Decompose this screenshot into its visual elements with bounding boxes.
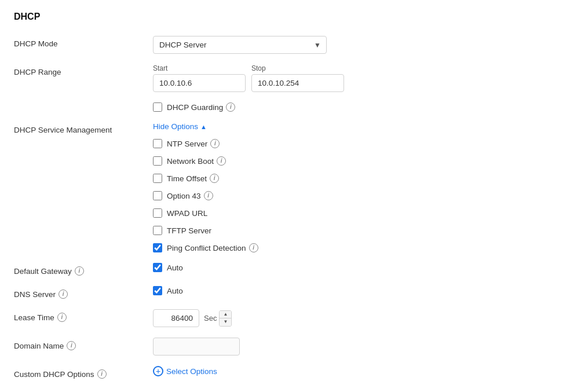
- dhcp-guarding-control: DHCP Guarding i: [153, 102, 567, 112]
- custom-dhcp-options-label: Custom DHCP Options i: [14, 366, 153, 379]
- custom-dhcp-options-row: Custom DHCP Options i + Select Options: [14, 366, 567, 379]
- default-gateway-auto-row: Auto: [153, 263, 567, 272]
- dns-server-row: DNS Server i Auto: [14, 286, 567, 299]
- lease-time-increment-button[interactable]: ▲: [220, 311, 231, 318]
- domain-name-info-icon[interactable]: i: [67, 341, 76, 350]
- dns-server-label: DNS Server i: [14, 286, 153, 299]
- lease-time-unit-label: Sec: [204, 314, 217, 323]
- dhcp-guarding-checkbox-row: DHCP Guarding i: [153, 102, 567, 112]
- page-title: DHCP: [14, 12, 567, 22]
- lease-time-row: Lease Time i Sec ▲ ▼: [14, 309, 567, 327]
- custom-dhcp-options-info-icon[interactable]: i: [97, 369, 107, 379]
- ping-conflict-row: Ping Conflict Detection i: [153, 243, 567, 252]
- ping-conflict-info-icon[interactable]: i: [249, 243, 258, 252]
- lease-time-unit-wrapper: Sec ▲ ▼: [204, 310, 232, 327]
- dhcp-mode-label: DHCP Mode: [14, 36, 153, 48]
- wpad-url-row: WPAD URL: [153, 208, 567, 218]
- lease-time-spinner: ▲ ▼: [219, 310, 232, 327]
- dhcp-range-start-label: Start: [153, 64, 246, 72]
- dhcp-mode-row: DHCP Mode DHCP Server DHCP Relay None ▼: [14, 36, 567, 54]
- default-gateway-auto-checkbox[interactable]: [153, 263, 162, 272]
- default-gateway-info-icon[interactable]: i: [75, 266, 84, 276]
- dhcp-mode-select[interactable]: DHCP Server DHCP Relay None: [153, 36, 327, 54]
- default-gateway-control: Auto: [153, 263, 567, 272]
- dhcp-range-start-group: Start: [153, 64, 246, 92]
- lease-time-wrapper: Sec ▲ ▼: [153, 309, 567, 327]
- dns-server-auto-label: Auto: [167, 287, 183, 295]
- option-43-label: Option 43 i: [167, 191, 213, 200]
- time-offset-checkbox[interactable]: [153, 174, 162, 183]
- network-boot-row: Network Boot i: [153, 156, 567, 166]
- dhcp-range-start-input[interactable]: [153, 74, 246, 92]
- dns-server-auto-row: Auto: [153, 286, 567, 295]
- time-offset-row: Time Offset i: [153, 174, 567, 183]
- dhcp-guarding-checkbox[interactable]: [153, 102, 162, 112]
- dhcp-mode-control: DHCP Server DHCP Relay None ▼: [153, 36, 567, 54]
- dhcp-service-management-control: Hide Options ▲ NTP Server i Network Boot…: [153, 122, 567, 252]
- wpad-url-label: WPAD URL: [167, 209, 207, 218]
- custom-dhcp-options-control: + Select Options: [153, 366, 567, 376]
- dhcp-guarding-info-icon[interactable]: i: [226, 102, 235, 112]
- select-options-link[interactable]: + Select Options: [153, 366, 567, 376]
- tftp-server-checkbox[interactable]: [153, 226, 162, 235]
- tftp-server-row: TFTP Server: [153, 226, 567, 235]
- dhcp-range-label: DHCP Range: [14, 64, 153, 76]
- dhcp-range-control: Start Stop: [153, 64, 567, 92]
- network-boot-checkbox[interactable]: [153, 156, 162, 166]
- ntp-server-info-icon[interactable]: i: [210, 139, 220, 148]
- tftp-server-label: TFTP Server: [167, 226, 211, 235]
- network-boot-label: Network Boot i: [167, 156, 226, 166]
- network-boot-info-icon[interactable]: i: [217, 156, 226, 166]
- dns-server-control: Auto: [153, 286, 567, 295]
- option-43-info-icon[interactable]: i: [204, 191, 213, 200]
- time-offset-info-icon[interactable]: i: [210, 174, 219, 183]
- ping-conflict-label: Ping Conflict Detection i: [167, 243, 258, 252]
- domain-name-control: [153, 338, 567, 356]
- lease-time-info-icon[interactable]: i: [57, 313, 67, 322]
- lease-time-decrement-button[interactable]: ▼: [220, 318, 231, 326]
- plus-circle-icon: +: [153, 366, 163, 376]
- lease-time-control: Sec ▲ ▼: [153, 309, 567, 327]
- dhcp-service-management-label: DHCP Service Management: [14, 122, 153, 134]
- dns-server-auto-checkbox[interactable]: [153, 286, 162, 295]
- default-gateway-row: Default Gateway i Auto: [14, 263, 567, 276]
- default-gateway-label: Default Gateway i: [14, 263, 153, 276]
- lease-time-input[interactable]: [153, 309, 199, 327]
- default-gateway-auto-label: Auto: [167, 263, 183, 272]
- dhcp-guarding-checkbox-label: DHCP Guarding i: [167, 102, 235, 112]
- dns-server-info-icon[interactable]: i: [59, 290, 68, 299]
- ntp-server-label: NTP Server i: [167, 139, 220, 148]
- wpad-url-checkbox[interactable]: [153, 208, 162, 218]
- dhcp-mode-select-wrapper: DHCP Server DHCP Relay None ▼: [153, 36, 327, 54]
- lease-time-label: Lease Time i: [14, 309, 153, 322]
- hide-options-link[interactable]: Hide Options ▲: [153, 122, 567, 131]
- ping-conflict-checkbox[interactable]: [153, 243, 162, 252]
- option-43-checkbox[interactable]: [153, 191, 162, 200]
- dhcp-guarding-row: DHCP Guarding i: [14, 102, 567, 112]
- ntp-server-checkbox[interactable]: [153, 139, 162, 148]
- dhcp-range-wrapper: Start Stop: [153, 64, 567, 92]
- ntp-server-row: NTP Server i: [153, 139, 567, 148]
- dhcp-range-stop-group: Stop: [251, 64, 344, 92]
- time-offset-label: Time Offset i: [167, 174, 219, 183]
- dhcp-range-stop-input[interactable]: [251, 74, 344, 92]
- option-43-row: Option 43 i: [153, 191, 567, 200]
- dhcp-range-row: DHCP Range Start Stop: [14, 64, 567, 92]
- domain-name-label: Domain Name i: [14, 338, 153, 350]
- dhcp-range-stop-label: Stop: [251, 64, 344, 72]
- domain-name-input[interactable]: [153, 338, 240, 356]
- dhcp-service-management-row: DHCP Service Management Hide Options ▲ N…: [14, 122, 567, 252]
- domain-name-row: Domain Name i: [14, 338, 567, 356]
- chevron-up-icon: ▲: [200, 123, 207, 130]
- dhcp-guarding-label-spacer: [14, 102, 153, 106]
